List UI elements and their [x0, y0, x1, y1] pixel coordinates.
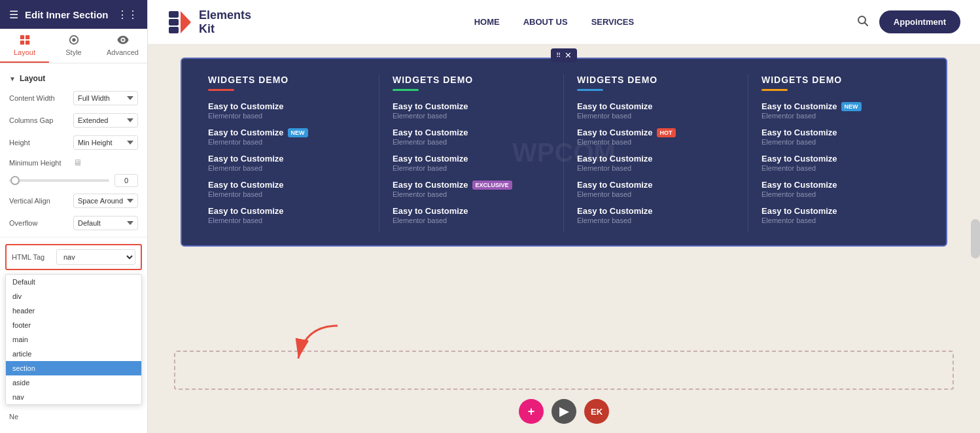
- slider-row: [0, 171, 147, 190]
- html-option-default[interactable]: Default: [6, 275, 141, 289]
- html-tag-dropdown: Default div header footer main article s…: [5, 274, 142, 405]
- mega-item-title: Easy to Customize: [208, 180, 366, 190]
- mega-item-sub: Elementor based: [208, 164, 366, 172]
- mega-col-4: WIDGETS DEMO Easy to Customize NEW Eleme…: [748, 75, 933, 232]
- mega-item-title: Easy to Customize: [208, 206, 366, 216]
- slider-thumb[interactable]: [10, 176, 20, 185]
- mega-item-title: Easy to Customize: [393, 101, 550, 111]
- left-panel: ☰ Edit Inner Section ⋮⋮ Layout Style: [0, 0, 148, 433]
- height-label: Height: [9, 139, 68, 147]
- ek-button[interactable]: EK: [584, 399, 609, 424]
- mega-col-3-underline: [577, 89, 603, 91]
- mega-col-2-underline: [393, 89, 419, 91]
- html-option-aside[interactable]: aside: [6, 375, 141, 390]
- minimum-height-row: Minimum Height 🖥: [0, 154, 147, 171]
- search-icon: [857, 15, 869, 27]
- mega-item-sub: Elementor based: [393, 164, 550, 172]
- html-option-nav[interactable]: nav: [6, 390, 141, 404]
- mega-item: Easy to Customize Elementor based: [577, 180, 735, 198]
- play-button[interactable]: ▶: [551, 399, 576, 424]
- tab-style-label: Style: [65, 48, 81, 56]
- mega-col-1: WIDGETS DEMO Easy to Customize Elementor…: [195, 75, 379, 232]
- mega-item-title: Easy to Customize: [577, 154, 735, 164]
- html-option-footer[interactable]: footer: [6, 318, 141, 332]
- html-option-header[interactable]: header: [6, 303, 141, 318]
- logo-kit: Kit: [199, 22, 251, 36]
- mega-item-title: Easy to Customize: [393, 128, 550, 137]
- nav-about[interactable]: ABOUT US: [523, 17, 568, 27]
- mega-item: Easy to Customize Elementor based: [577, 154, 735, 172]
- layout-icon: [19, 34, 31, 46]
- mega-item-title: Easy to Customize: [208, 154, 366, 164]
- mega-item-sub: Elementor based: [577, 138, 735, 146]
- mega-item-sub: Elementor based: [393, 190, 550, 198]
- mega-item: Easy to Customize NEW Elementor based: [761, 101, 920, 120]
- html-option-main[interactable]: main: [6, 332, 141, 347]
- content-width-label: Content Width: [9, 94, 68, 102]
- tab-layout[interactable]: Layout: [0, 29, 49, 63]
- mega-col-2-title: WIDGETS DEMO: [393, 75, 550, 85]
- nav-logo: Elements Kit: [167, 9, 251, 36]
- mega-col-3-title: WIDGETS DEMO: [577, 75, 735, 85]
- svg-rect-0: [20, 35, 24, 39]
- svg-rect-2: [20, 41, 24, 44]
- mega-col-4-title: WIDGETS DEMO: [761, 75, 920, 85]
- mega-col-3: WIDGETS DEMO Easy to Customize Elementor…: [564, 75, 748, 232]
- appointment-button[interactable]: Appointment: [879, 10, 960, 33]
- hamburger-icon[interactable]: ☰: [9, 9, 18, 21]
- columns-gap-select[interactable]: Extended: [73, 113, 138, 128]
- add-section-button[interactable]: +: [519, 399, 544, 424]
- mega-item-sub: Elementor based: [208, 138, 366, 146]
- mega-menu: WPCOM WIDGETS DEMO Easy to Customize Ele…: [181, 58, 947, 247]
- mega-item-sub: Elementor based: [208, 217, 366, 224]
- move-handle[interactable]: ⠿ ✕: [551, 48, 577, 62]
- slider-track[interactable]: [9, 179, 109, 182]
- mega-item-sub: Elementor based: [577, 112, 735, 120]
- layout-section-header[interactable]: ▼ Layout: [0, 70, 147, 87]
- html-tag-label: HTML Tag: [12, 253, 51, 261]
- nav-services[interactable]: SERVICES: [591, 17, 635, 27]
- mega-item-title: Easy to Customize: [761, 180, 920, 190]
- mega-col-1-underline: [208, 89, 234, 91]
- html-option-div[interactable]: div: [6, 289, 141, 303]
- badge-new: NEW: [841, 102, 862, 111]
- panel-tabs: Layout Style Advanced: [0, 29, 147, 63]
- tab-style[interactable]: Style: [49, 29, 98, 63]
- mega-item-title: Easy to Customize NEW: [208, 128, 366, 137]
- mega-item-sub: Elementor based: [393, 138, 550, 146]
- mega-item: Easy to Customize Elementor based: [761, 128, 920, 146]
- html-option-article[interactable]: article: [6, 347, 141, 361]
- mega-item-sub: Elementor based: [761, 217, 920, 224]
- tab-layout-label: Layout: [14, 48, 35, 56]
- grid-icon[interactable]: ⋮⋮: [117, 9, 138, 21]
- mega-item-title: Easy to Customize: [761, 154, 920, 164]
- settings-icon: [117, 34, 129, 46]
- mega-item: Easy to Customize Elementor based: [761, 154, 920, 172]
- html-option-section[interactable]: section: [6, 361, 141, 375]
- search-button[interactable]: [857, 15, 869, 29]
- tab-advanced-label: Advanced: [107, 48, 139, 56]
- mega-item: Easy to Customize Elementor based: [761, 180, 920, 198]
- mega-item-sub: Elementor based: [577, 217, 735, 224]
- logo-icon: [167, 10, 192, 35]
- mega-item: Easy to Customize Elementor based: [208, 101, 366, 120]
- mega-item-title: Easy to Customize: [208, 101, 366, 111]
- layout-arrow-icon: ▼: [9, 75, 16, 82]
- html-tag-select[interactable]: nav: [56, 249, 135, 265]
- vertical-align-select[interactable]: Space Around: [73, 194, 138, 208]
- mega-item-title: Easy to Customize: [393, 154, 550, 164]
- nav-home[interactable]: HOME: [474, 17, 500, 27]
- scrollbar-handle[interactable]: [971, 219, 980, 258]
- svg-rect-7: [169, 19, 179, 26]
- content-width-select[interactable]: Full Width: [73, 91, 138, 105]
- overflow-select[interactable]: Default: [73, 216, 138, 230]
- mega-item-sub: Elementor based: [393, 217, 550, 224]
- overflow-row: Overflow Default: [0, 212, 147, 234]
- html-tag-box: HTML Tag nav Default div header footer m…: [5, 244, 142, 270]
- tab-advanced[interactable]: Advanced: [98, 29, 147, 63]
- nav-items-label: Ne: [0, 409, 147, 424]
- slider-value-input[interactable]: [114, 174, 138, 187]
- close-icon[interactable]: ✕: [565, 50, 572, 60]
- height-select[interactable]: Min Height: [73, 135, 138, 150]
- logo-elements: Elements: [199, 9, 251, 22]
